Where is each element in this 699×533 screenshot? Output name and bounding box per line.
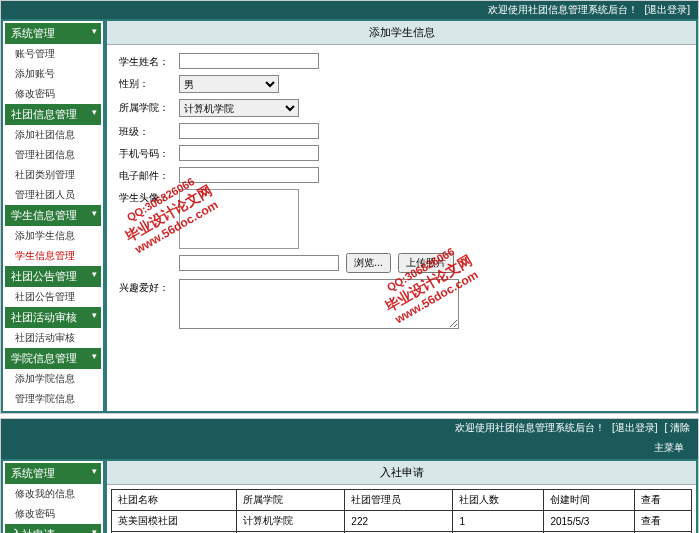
sidebar-1: 系统管理▾ 账号管理 添加账号 修改密码 社团信息管理▾ 添加社团信息 管理社团…: [3, 21, 103, 411]
col-college: 所属学院: [237, 490, 345, 511]
sidebar-group-student-info[interactable]: 学生信息管理▾: [5, 205, 101, 226]
table-header-row: 社团名称 所属学院 社团管理员 社团人数 创建时间 查看: [112, 490, 692, 511]
sidebar-item-add-account[interactable]: 添加账号: [5, 64, 101, 84]
col-club-name: 社团名称: [112, 490, 237, 511]
top-bar-2: 欢迎使用社团信息管理系统后台！ [退出登录] [ 清除: [1, 419, 698, 437]
chevron-down-icon: ▾: [92, 351, 97, 361]
sidebar-item-add-college[interactable]: 添加学院信息: [5, 369, 101, 389]
sidebar-group-activity-review[interactable]: 社团活动审核▾: [5, 307, 101, 328]
input-student-name[interactable]: [179, 53, 319, 69]
chevron-down-icon: ▾: [92, 26, 97, 36]
sidebar-item-notice-mgmt[interactable]: 社团公告管理: [5, 287, 101, 307]
chevron-down-icon: ▾: [92, 310, 97, 320]
sidebar-item-add-student[interactable]: 添加学生信息: [5, 226, 101, 246]
sidebar2-group-apply[interactable]: 入社申请▾: [5, 524, 101, 533]
label-gender: 性别：: [119, 75, 179, 91]
label-hobby: 兴趣爱好：: [119, 279, 179, 295]
sidebar-item-activity-review[interactable]: 社团活动审核: [5, 328, 101, 348]
input-phone[interactable]: [179, 145, 319, 161]
input-email[interactable]: [179, 167, 319, 183]
clear-link[interactable]: [ 清除: [664, 422, 690, 433]
label-phone: 手机号码：: [119, 145, 179, 161]
table-title: 入社申请: [107, 461, 696, 485]
chevron-down-icon: ▾: [92, 208, 97, 218]
welcome-text: 欢迎使用社团信息管理系统后台！: [488, 4, 638, 15]
label-college: 所属学院：: [119, 99, 179, 115]
sidebar2-item-pwd[interactable]: 修改密码: [5, 504, 101, 524]
sidebar-item-club-members[interactable]: 管理社团人员: [5, 185, 101, 205]
sidebar-group-college-info[interactable]: 学院信息管理▾: [5, 348, 101, 369]
sidebar-group-system[interactable]: 系统管理▾: [5, 23, 101, 44]
label-email: 电子邮件：: [119, 167, 179, 183]
chevron-down-icon: ▾: [92, 466, 97, 476]
select-gender[interactable]: 男: [179, 75, 279, 93]
col-count: 社团人数: [453, 490, 544, 511]
textarea-hobby[interactable]: [179, 279, 459, 329]
input-file-path[interactable]: [179, 255, 339, 271]
logout-link-2[interactable]: [退出登录]: [612, 422, 658, 433]
sidebar-2: 系统管理▾ 修改我的信息 修改密码 入社申请▾ 入社申请 我的申请 社团公告信息…: [3, 461, 103, 533]
panel-title: 添加学生信息: [107, 21, 696, 45]
browse-button[interactable]: [346, 253, 390, 273]
apply-table: 社团名称 所属学院 社团管理员 社团人数 创建时间 查看 英美国模社团 计算机学…: [111, 489, 692, 533]
sidebar-item-club-category[interactable]: 社团类别管理: [5, 165, 101, 185]
sidebar-item-student-mgmt[interactable]: 学生信息管理: [5, 246, 101, 266]
label-class: 班级：: [119, 123, 179, 139]
sidebar-item-manage-college[interactable]: 管理学院信息: [5, 389, 101, 409]
upload-button[interactable]: [398, 253, 454, 273]
sidebar-item-manage-club[interactable]: 管理社团信息: [5, 145, 101, 165]
main-menu-button[interactable]: 主菜单: [646, 439, 692, 457]
table-row: 英美国模社团 计算机学院 222 1 2015/5/3 查看: [112, 511, 692, 532]
label-name: 学生姓名：: [119, 53, 179, 69]
top-bar-1: 欢迎使用社团信息管理系统后台！ [退出登录]: [1, 1, 698, 19]
sidebar2-item-myinfo[interactable]: 修改我的信息: [5, 484, 101, 504]
chevron-down-icon: ▾: [92, 269, 97, 279]
label-avatar: 学生头像：: [119, 189, 179, 205]
col-time: 创建时间: [544, 490, 635, 511]
select-college[interactable]: 计算机学院: [179, 99, 299, 117]
input-class[interactable]: [179, 123, 319, 139]
avatar-preview: [179, 189, 299, 249]
sidebar-item-add-club[interactable]: 添加社团信息: [5, 125, 101, 145]
sidebar-group-notice[interactable]: 社团公告管理▾: [5, 266, 101, 287]
col-admin: 社团管理员: [345, 490, 453, 511]
chevron-down-icon: ▾: [92, 107, 97, 117]
sidebar-item-change-pwd[interactable]: 修改密码: [5, 84, 101, 104]
sidebar2-group-system[interactable]: 系统管理▾: [5, 463, 101, 484]
content-panel-2: 入社申请 社团名称 所属学院 社团管理员 社团人数 创建时间 查看: [107, 461, 696, 533]
col-view: 查看: [635, 490, 692, 511]
logout-link[interactable]: [退出登录]: [644, 4, 690, 15]
view-link[interactable]: 查看: [641, 515, 661, 526]
sidebar-item-account-mgmt[interactable]: 账号管理: [5, 44, 101, 64]
chevron-down-icon: ▾: [92, 527, 97, 533]
welcome-text-2: 欢迎使用社团信息管理系统后台！: [455, 422, 605, 433]
content-panel-1: 添加学生信息 学生姓名： 性别： 男 所属学院： 计算机学院 班级：: [107, 21, 696, 411]
sidebar-group-club-info[interactable]: 社团信息管理▾: [5, 104, 101, 125]
